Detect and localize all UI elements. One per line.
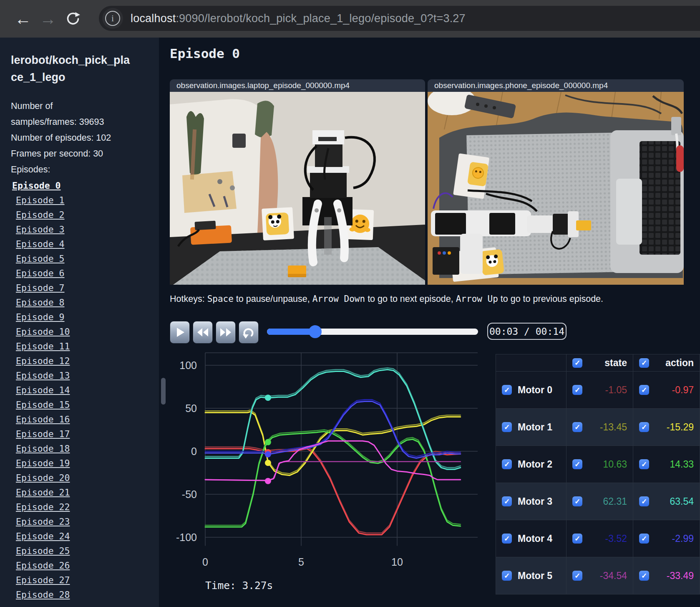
checkbox-checked[interactable]: ✓: [572, 496, 582, 506]
motor-action-value: -33.49: [667, 570, 694, 582]
rewind-button[interactable]: [193, 321, 213, 344]
laptop-video-frame: [170, 92, 425, 285]
episode-link[interactable]: Episode 4: [16, 239, 65, 249]
episode-link[interactable]: Episode 7: [16, 283, 65, 293]
y-tick-label: -100: [176, 531, 197, 543]
motor-name: Motor 3: [518, 496, 552, 507]
episode-link[interactable]: Episode 10: [16, 326, 70, 337]
checkbox-checked[interactable]: ✓: [639, 422, 649, 432]
url-bar[interactable]: i localhost:9090/lerobot/koch_pick_place…: [99, 6, 700, 31]
stat-line: samples/frames: 39693: [11, 114, 151, 130]
stat-line: Number of: [11, 98, 151, 114]
episode-link[interactable]: Episode 8: [16, 297, 65, 308]
checkbox-checked[interactable]: ✓: [639, 571, 649, 581]
scrollbar-thumb[interactable]: [161, 378, 166, 405]
episode-link[interactable]: Episode 13: [16, 370, 70, 381]
checkbox-checked[interactable]: ✓: [639, 358, 649, 368]
phone-video-title: observation.images.phone_episode_000000.…: [428, 79, 684, 92]
episode-link[interactable]: Episode 9: [16, 312, 65, 322]
motor-action-cell: ✓14.33: [633, 445, 700, 483]
x-tick-label: 5: [298, 556, 304, 568]
checkbox-checked[interactable]: ✓: [502, 459, 512, 469]
episode-link[interactable]: Episode 15: [16, 400, 70, 410]
episode-link[interactable]: Episode 21: [16, 487, 70, 498]
motor-name-cell: ✓Motor 3: [496, 483, 566, 520]
episode-link[interactable]: Episode 24: [16, 531, 70, 541]
motor-action-cell: ✓-2.99: [633, 520, 700, 557]
checkbox-checked[interactable]: ✓: [502, 385, 512, 395]
phone-video-frame: [428, 92, 684, 285]
series-action-motor-3: [205, 369, 461, 469]
episode-link[interactable]: Episode 22: [16, 502, 70, 512]
laptop-video-title: observation.images.laptop_episode_000000…: [170, 79, 425, 92]
orange-block: [288, 266, 306, 277]
checkbox-checked[interactable]: ✓: [572, 534, 582, 544]
episode-link[interactable]: Episode 23: [16, 516, 70, 527]
episode-link[interactable]: Episode 26: [16, 560, 70, 571]
episode-link[interactable]: Episode 19: [16, 458, 70, 468]
episodes-label: Episodes:: [11, 162, 151, 177]
episode-link[interactable]: Episode 2: [16, 210, 65, 220]
forward-icon[interactable]: →: [37, 8, 59, 30]
seek-slider-fill: [267, 329, 315, 335]
play-button[interactable]: [170, 321, 190, 344]
episode-link[interactable]: Episode 1: [16, 195, 65, 205]
hotkeys-text: to pause/unpause,: [234, 294, 312, 304]
episode-link[interactable]: Episode 27: [16, 575, 70, 585]
checkbox-checked[interactable]: ✓: [639, 496, 649, 506]
checkbox-checked[interactable]: ✓: [572, 385, 582, 395]
motor-row: ✓Motor 2✓10.63✓14.33: [496, 445, 700, 483]
episode-link[interactable]: Episode 12: [16, 356, 70, 366]
episode-link[interactable]: Episode 5: [16, 253, 65, 264]
motor-state-value: -13.45: [600, 422, 627, 433]
checkbox-checked[interactable]: ✓: [502, 571, 512, 581]
episode-link[interactable]: Episode 18: [16, 443, 70, 454]
checkbox-checked[interactable]: ✓: [502, 496, 512, 506]
hotkeys-line: Hotkeys: Space to pause/unpause, Arrow D…: [170, 294, 603, 304]
episode-list: Episode 0Episode 1Episode 2Episode 3Epis…: [16, 178, 159, 602]
loop-button[interactable]: [239, 321, 259, 344]
episode-link[interactable]: Episode 3: [16, 224, 65, 235]
checkbox-checked[interactable]: ✓: [639, 459, 649, 469]
x-tick-label: 0: [202, 556, 208, 568]
header-cell-state: ✓state: [566, 354, 633, 371]
episode-link[interactable]: Episode 25: [16, 546, 70, 556]
series-action-motor-2: [205, 432, 461, 527]
fast-forward-button[interactable]: [216, 321, 236, 344]
back-icon[interactable]: ←: [12, 8, 34, 30]
episode-link[interactable]: Episode 6: [16, 268, 65, 278]
motor-row: ✓Motor 3✓62.31✓63.54: [496, 483, 700, 520]
laptop-video[interactable]: observation.images.laptop_episode_000000…: [170, 79, 425, 285]
episode-link[interactable]: Episode 28: [16, 589, 70, 600]
checkbox-checked[interactable]: ✓: [639, 534, 649, 544]
episode-link[interactable]: Episode 14: [16, 385, 70, 395]
motor-action-cell: ✓-0.97: [633, 371, 700, 408]
checkbox-checked[interactable]: ✓: [572, 358, 582, 368]
motor-name: Motor 0: [518, 384, 552, 396]
checkbox-checked[interactable]: ✓: [639, 385, 649, 395]
header-empty-cell: [496, 354, 566, 371]
episode-link[interactable]: Episode 0: [12, 180, 61, 191]
series-action-motor-4: [205, 402, 461, 458]
motor-state-cell: ✓10.63: [566, 445, 633, 483]
checkbox-checked[interactable]: ✓: [572, 459, 582, 469]
chart-time-label: Time: 3.27s: [205, 579, 273, 592]
site-info-button[interactable]: i: [102, 8, 123, 29]
episode-link[interactable]: Episode 20: [16, 473, 70, 483]
checkbox-checked[interactable]: ✓: [502, 534, 512, 544]
motor-name-cell: ✓Motor 5: [496, 557, 566, 594]
reload-icon[interactable]: [62, 8, 84, 30]
episode-link[interactable]: Episode 17: [16, 429, 70, 439]
motor-name-cell: ✓Motor 4: [496, 520, 566, 557]
checkbox-checked[interactable]: ✓: [572, 571, 582, 581]
column-label-state: state: [604, 357, 627, 369]
episode-link[interactable]: Episode 16: [16, 414, 70, 425]
seek-slider-thumb[interactable]: [309, 325, 322, 338]
motor-name: Motor 1: [518, 422, 552, 433]
checkbox-checked[interactable]: ✓: [502, 422, 512, 432]
checkbox-checked[interactable]: ✓: [572, 422, 582, 432]
episode-link[interactable]: Episode 11: [16, 341, 70, 352]
motor-name-cell: ✓Motor 2: [496, 445, 566, 483]
seek-slider[interactable]: [267, 329, 478, 335]
phone-video[interactable]: observation.images.phone_episode_000000.…: [428, 79, 684, 285]
